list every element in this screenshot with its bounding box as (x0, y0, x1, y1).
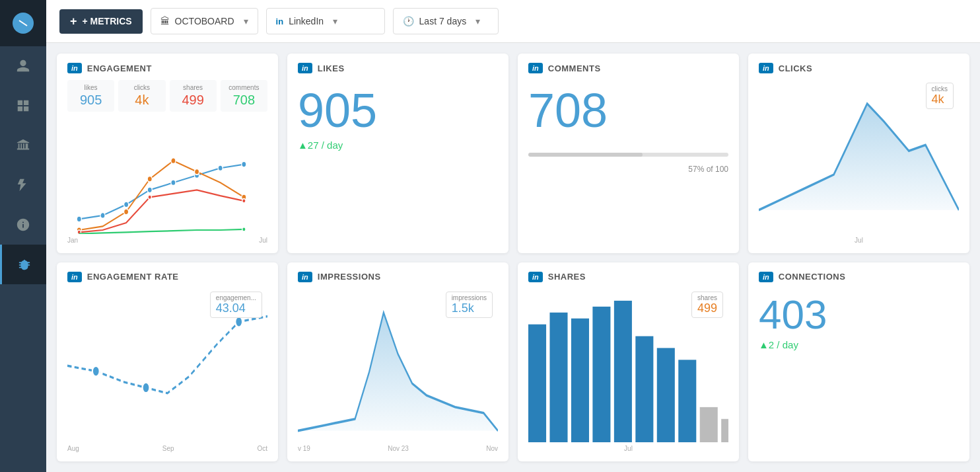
svg-point-24 (143, 382, 150, 393)
shares-label: shares (175, 84, 211, 91)
engagement-stats: likes 905 clicks 4k shares 499 comments … (67, 80, 267, 112)
clicks-label: clicks (123, 84, 160, 91)
likes-card: in LIKES 905 ▲27 / day (287, 54, 508, 253)
likes-delta-value: ▲27 / day (298, 139, 343, 151)
impressions-card-header: in IMPRESSIONS (298, 272, 498, 282)
connections-card: in CONNECTIONS 403 ▲2 / day (748, 262, 969, 462)
comments-progress-label: 57% of 100 (528, 165, 728, 174)
sidebar-item-dashboard[interactable] (0, 86, 46, 126)
clicks-value: 4k (123, 93, 160, 108)
connections-delta-value: ▲2 / day (759, 339, 798, 350)
likes-delta: ▲27 / day (298, 139, 498, 151)
sidebar-item-profile[interactable] (0, 46, 46, 86)
linkedin-badge-clicks: in (759, 63, 773, 73)
svg-point-11 (242, 161, 246, 167)
likes-card-header: in LIKES (298, 63, 498, 73)
shares-tooltip-value: 499 (697, 301, 717, 315)
chevron-down-icon-2: ▾ (333, 16, 337, 26)
svg-rect-36 (721, 418, 728, 442)
linkedin-label: LinkedIn (289, 16, 324, 26)
time-dropdown[interactable]: 🕐 Last 7 days ▾ (393, 8, 499, 34)
engagement-rate-tooltip-value: 43.04 (216, 301, 256, 315)
svg-point-15 (171, 158, 176, 164)
sidebar-item-info[interactable] (0, 205, 46, 245)
x-label-nov: Nov (486, 445, 498, 452)
svg-point-21 (242, 227, 246, 232)
impressions-tooltip-value: 1.5k (452, 301, 487, 315)
svg-rect-30 (592, 306, 610, 442)
svg-rect-28 (549, 312, 567, 442)
impressions-title: IMPRESSIONS (318, 272, 381, 282)
main-content: + + METRICS 🏛 OCTOBOARD ▾ in LinkedIn ▾ … (46, 0, 980, 472)
time-label: Last 7 days (419, 16, 467, 26)
svg-point-10 (218, 165, 223, 171)
x-label-jan: Jan (67, 237, 78, 244)
connections-title: CONNECTIONS (779, 272, 846, 282)
likes-value: 905 (73, 93, 109, 108)
shares-stat: shares 499 (170, 80, 217, 112)
comments-big-number: 708 (528, 87, 728, 134)
clicks-tooltip-label: clicks (932, 85, 948, 93)
svg-rect-27 (528, 324, 546, 442)
dashboard-grid: in ENGAGEMENT likes 905 clicks 4k shares… (46, 43, 980, 472)
linkedin-grid-icon: in (276, 17, 284, 26)
clicks-tooltip-value: 4k (932, 93, 948, 106)
svg-point-4 (77, 216, 81, 222)
shares-value: 499 (175, 93, 211, 108)
likes-title: LIKES (318, 63, 345, 73)
likes-stat: likes 905 (67, 80, 114, 112)
clicks-card: in CLICKS clicks 4k (748, 54, 969, 253)
engagement-rate-header: in ENGAGEMENT RATE (67, 272, 267, 282)
clicks-card-header: in CLICKS (759, 63, 959, 73)
clicks-tooltip: clicks 4k (926, 83, 954, 109)
linkedin-badge-comments: in (528, 63, 543, 73)
linkedin-dropdown[interactable]: in LinkedIn ▾ (266, 8, 385, 34)
svg-point-25 (235, 316, 242, 327)
engagement-rate-title: ENGAGEMENT RATE (87, 272, 179, 282)
svg-point-8 (171, 180, 176, 186)
linkedin-badge-impressions: in (298, 272, 312, 282)
plus-icon: + (70, 15, 77, 28)
shares-title: SHARES (548, 272, 586, 282)
add-metrics-button[interactable]: + + METRICS (59, 9, 143, 34)
svg-point-20 (242, 199, 246, 204)
topbar: + + METRICS 🏛 OCTOBOARD ▾ in LinkedIn ▾ … (46, 0, 980, 43)
comments-stat: comments 708 (221, 80, 267, 112)
svg-point-14 (147, 176, 152, 182)
engagement-card-header: in ENGAGEMENT (67, 63, 267, 73)
chevron-down-icon: ▾ (244, 16, 248, 26)
octoboard-dropdown[interactable]: 🏛 OCTOBOARD ▾ (151, 8, 258, 34)
sidebar-item-bank[interactable] (0, 126, 46, 165)
comments-value: 708 (226, 93, 262, 108)
engagement-rate-x-axis: Aug Sep Oct (67, 445, 267, 452)
comments-card: in COMMENTS 708 57% of 100 (518, 54, 739, 253)
svg-rect-32 (635, 336, 653, 442)
comments-progress-fill (528, 153, 643, 157)
impressions-x-axis: v 19 Nov 23 Nov (298, 445, 498, 452)
shares-tooltip: shares 499 (691, 292, 723, 318)
sidebar-item-bug[interactable] (0, 245, 46, 284)
svg-point-19 (148, 195, 151, 200)
clicks-title: CLICKS (779, 63, 812, 73)
comments-card-header: in COMMENTS (528, 63, 728, 73)
comments-progress-container (528, 153, 728, 157)
impressions-tooltip: impressions 1.5k (446, 292, 493, 318)
clicks-stat: clicks 4k (118, 80, 165, 112)
comments-title: COMMENTS (548, 63, 601, 73)
comments-label: comments (226, 84, 262, 91)
clicks-x-label: Jul (759, 237, 959, 244)
svg-point-16 (194, 169, 199, 175)
octoboard-label: OCTOBOARD (175, 16, 234, 26)
svg-rect-33 (657, 348, 675, 442)
logo (0, 0, 46, 46)
svg-marker-26 (298, 312, 498, 430)
engagement-rate-card: in ENGAGEMENT RATE engagemen... 43.04 Au… (57, 262, 278, 462)
linkedin-badge-shares: in (528, 272, 543, 282)
engagement-x-axis: Jan Jul (67, 237, 267, 244)
impressions-tooltip-label: impressions (452, 294, 487, 301)
sidebar-item-spark[interactable] (0, 165, 46, 205)
chevron-down-icon-3: ▾ (475, 16, 480, 26)
x-label-nov23: Nov 23 (388, 445, 409, 452)
shares-card: in SHARES shares 499 (518, 262, 739, 462)
engagement-rate-tooltip-label: engagemen... (216, 294, 256, 301)
